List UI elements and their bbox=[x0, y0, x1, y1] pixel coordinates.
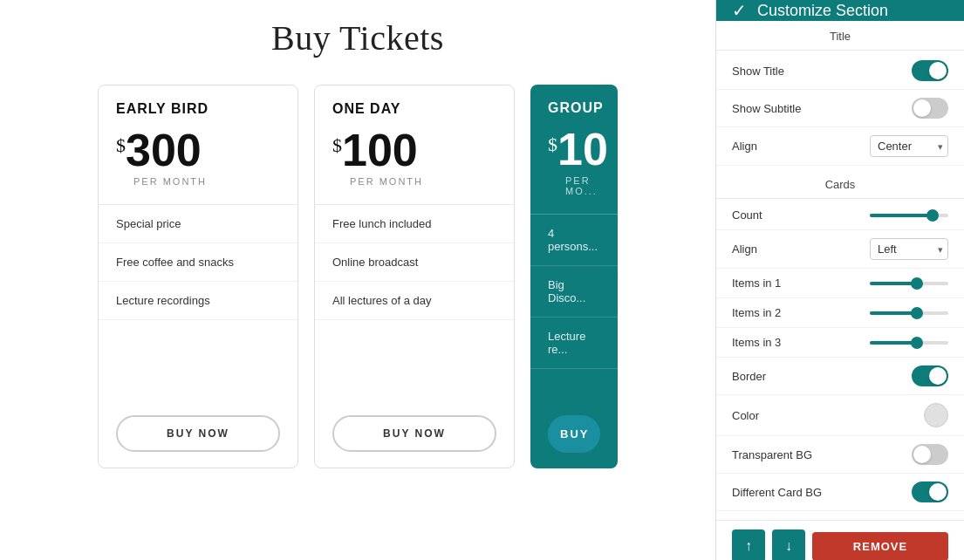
card-price: $ 10 bbox=[548, 126, 600, 172]
slider-track bbox=[870, 311, 948, 315]
transparent-bg-label: Transparent BG bbox=[732, 448, 812, 461]
card-footer: BUY bbox=[530, 400, 618, 468]
different-card-bg-row: Different Card BG bbox=[716, 474, 964, 511]
color-label: Color bbox=[732, 409, 759, 422]
toggle-knob bbox=[929, 367, 947, 385]
transparent-bg-row: Transparent BG bbox=[716, 436, 964, 474]
card-name: ONE DAY bbox=[332, 101, 496, 117]
toggle-slider bbox=[912, 365, 948, 386]
card-footer: BUY NOW bbox=[99, 400, 297, 468]
card-header: ONE DAY $ 100 PER MONTH bbox=[315, 85, 514, 204]
feature-item: Lecture recordings bbox=[99, 282, 297, 320]
price-amount: 100 bbox=[342, 127, 418, 173]
slider-track bbox=[870, 214, 948, 217]
items-in-1-slider[interactable] bbox=[870, 282, 948, 285]
toggle-knob bbox=[929, 483, 947, 501]
card-features: 4 persons... Big Disco... Lecture re... bbox=[530, 215, 618, 400]
price-period: PER MO... bbox=[548, 175, 600, 196]
card-header: EARLY BIRD $ 300 PER MONTH bbox=[99, 85, 297, 204]
items-in-1-row: Items in 1 bbox=[716, 269, 964, 298]
slider-thumb[interactable] bbox=[926, 209, 939, 222]
slider-thumb[interactable] bbox=[911, 307, 923, 319]
card-features: Free lunch included Online broadcast All… bbox=[315, 205, 514, 400]
cards-container: EARLY BIRD $ 300 PER MONTH Special price… bbox=[35, 85, 680, 468]
align-title-select-wrapper: Left Center Right bbox=[870, 135, 948, 157]
toggle-slider bbox=[912, 481, 948, 502]
toggle-slider bbox=[912, 98, 948, 119]
price-amount: 300 bbox=[126, 127, 202, 173]
toggle-slider bbox=[912, 444, 948, 465]
items-in-2-label: Items in 2 bbox=[732, 306, 781, 319]
panel-header: ✓ Customize Section bbox=[716, 0, 964, 21]
move-down-button[interactable]: ↓ bbox=[772, 529, 805, 560]
slider-fill bbox=[870, 282, 917, 285]
feature-item: Free coffee and snacks bbox=[99, 243, 297, 282]
color-row: Color bbox=[716, 395, 964, 436]
border-toggle[interactable] bbox=[912, 365, 948, 386]
card-name: GROUP bbox=[548, 100, 600, 116]
slider-track bbox=[870, 341, 948, 345]
price-period: PER MONTH bbox=[332, 176, 496, 187]
card-price: $ 100 bbox=[332, 127, 496, 173]
items-in-3-slider[interactable] bbox=[870, 341, 948, 345]
slider-fill bbox=[870, 214, 933, 217]
show-subtitle-row: Show Subtitle bbox=[716, 90, 964, 127]
align-cards-select[interactable]: Left Center Right bbox=[870, 238, 948, 260]
page-title: Buy Tickets bbox=[271, 17, 444, 58]
different-card-bg-toggle[interactable] bbox=[912, 481, 948, 502]
buy-button[interactable]: BUY bbox=[548, 415, 600, 453]
panel-title: Customize Section bbox=[757, 2, 888, 20]
feature-item: Online broadcast bbox=[315, 243, 514, 282]
show-subtitle-label: Show Subtitle bbox=[732, 102, 802, 115]
panel-body: Title Show Title Show Subtitle Align bbox=[716, 21, 964, 520]
items-in-2-row: Items in 2 bbox=[716, 298, 964, 328]
items-in-3-row: Items in 3 bbox=[716, 328, 964, 358]
feature-item: All lectures of a day bbox=[315, 282, 514, 320]
group-card: GROUP $ 10 PER MO... 4 persons... Big Di… bbox=[530, 85, 618, 468]
card-name: EARLY BIRD bbox=[116, 101, 280, 117]
toggle-knob bbox=[929, 62, 947, 79]
align-title-label: Align bbox=[732, 140, 757, 153]
early-bird-card: EARLY BIRD $ 300 PER MONTH Special price… bbox=[98, 85, 298, 468]
slider-thumb[interactable] bbox=[911, 277, 923, 290]
different-card-bg-label: Different Card BG bbox=[732, 486, 822, 499]
items-in-2-slider[interactable] bbox=[870, 311, 948, 315]
count-slider[interactable] bbox=[870, 214, 948, 217]
count-row: Count bbox=[716, 201, 964, 230]
toggle-knob bbox=[913, 99, 931, 117]
border-label: Border bbox=[732, 370, 766, 383]
remove-button[interactable]: REMOVE bbox=[812, 532, 948, 561]
buy-button[interactable]: BUY NOW bbox=[332, 415, 496, 452]
show-subtitle-toggle[interactable] bbox=[912, 98, 948, 119]
card-header: GROUP $ 10 PER MO... bbox=[530, 85, 618, 214]
show-title-row: Show Title bbox=[716, 52, 964, 90]
items-in-3-label: Items in 3 bbox=[732, 336, 781, 349]
slider-thumb[interactable] bbox=[911, 337, 923, 349]
feature-item: Special price bbox=[99, 205, 297, 243]
toggle-knob bbox=[913, 446, 931, 463]
color-picker[interactable] bbox=[924, 403, 948, 427]
transparent-bg-toggle[interactable] bbox=[912, 444, 948, 465]
price-dollar: $ bbox=[332, 134, 342, 157]
one-day-card: ONE DAY $ 100 PER MONTH Free lunch inclu… bbox=[314, 85, 515, 468]
slider-track bbox=[870, 282, 948, 285]
slider-fill bbox=[870, 341, 917, 345]
feature-item: 4 persons... bbox=[530, 215, 618, 266]
panel-bottom: ↑ ↓ REMOVE bbox=[716, 520, 964, 560]
section-label-cards: Cards bbox=[716, 169, 964, 199]
align-title-select[interactable]: Left Center Right bbox=[870, 135, 948, 157]
align-cards-select-wrapper: Left Center Right bbox=[870, 238, 948, 260]
show-title-toggle[interactable] bbox=[912, 60, 948, 81]
card-price: $ 300 bbox=[116, 127, 280, 173]
show-title-label: Show Title bbox=[732, 65, 784, 78]
price-dollar: $ bbox=[116, 134, 126, 157]
feature-item: Lecture re... bbox=[530, 318, 618, 369]
price-period: PER MONTH bbox=[116, 176, 280, 187]
align-title-row: Align Left Center Right bbox=[716, 127, 964, 166]
card-features: Special price Free coffee and snacks Lec… bbox=[99, 205, 297, 400]
card-footer: BUY NOW bbox=[315, 400, 514, 468]
move-up-button[interactable]: ↑ bbox=[732, 529, 765, 560]
check-icon: ✓ bbox=[732, 0, 747, 21]
price-dollar: $ bbox=[548, 133, 557, 156]
buy-button[interactable]: BUY NOW bbox=[116, 415, 280, 452]
